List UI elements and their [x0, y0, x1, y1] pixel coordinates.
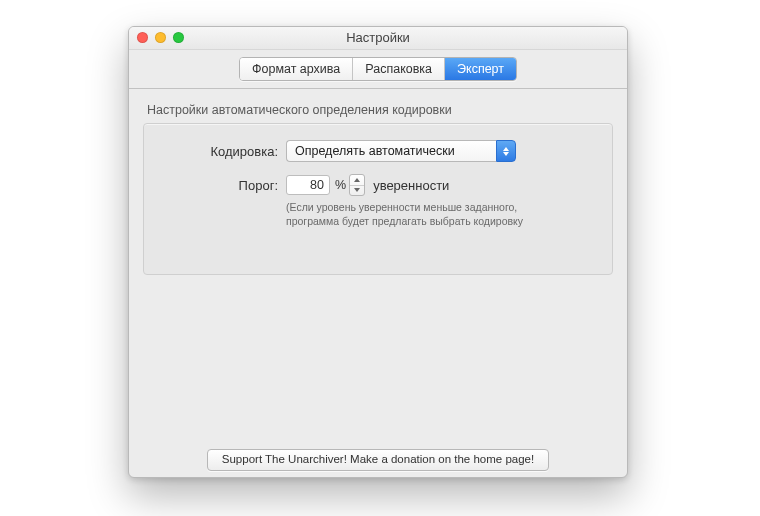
traffic-lights	[137, 32, 184, 43]
threshold-stepper[interactable]	[349, 174, 365, 196]
encoding-popup[interactable]: Определять автоматически	[286, 140, 516, 162]
preferences-window: Настройки Формат архива Распаковка Экспе…	[128, 26, 628, 478]
tab-bar: Формат архива Распаковка Эксперт	[129, 50, 627, 89]
threshold-suffix: уверенности	[373, 178, 449, 193]
minimize-icon[interactable]	[155, 32, 166, 43]
titlebar: Настройки	[129, 27, 627, 50]
chevron-up-down-icon[interactable]	[496, 140, 516, 162]
segmented-tabs: Формат архива Распаковка Эксперт	[239, 57, 517, 81]
tab-expert[interactable]: Эксперт	[445, 58, 516, 80]
encoding-label: Кодировка:	[158, 144, 286, 159]
encoding-value: Определять автоматически	[286, 140, 496, 162]
close-icon[interactable]	[137, 32, 148, 43]
hint-line-2: программа будет предлагать выбрать кодир…	[286, 215, 523, 227]
donate-button[interactable]: Support The Unarchiver! Make a donation …	[207, 449, 549, 471]
content-area: Настройки автоматического определения ко…	[129, 89, 627, 478]
threshold-hint: (Если уровень уверенности меньше заданно…	[286, 200, 586, 228]
hint-line-1: (Если уровень уверенности меньше заданно…	[286, 201, 517, 213]
stepper-up-icon[interactable]	[350, 175, 364, 186]
stepper-down-icon[interactable]	[350, 186, 364, 196]
percent-sign: %	[335, 178, 346, 192]
tab-extraction[interactable]: Распаковка	[353, 58, 445, 80]
window-title: Настройки	[129, 27, 627, 49]
encoding-group: Кодировка: Определять автоматически Поро…	[143, 123, 613, 275]
footer: Support The Unarchiver! Make a donation …	[129, 449, 627, 471]
zoom-icon[interactable]	[173, 32, 184, 43]
encoding-row: Кодировка: Определять автоматически	[158, 140, 598, 162]
threshold-row: Порог: 80 % уверенности	[158, 174, 598, 196]
threshold-input[interactable]: 80	[286, 175, 330, 195]
tab-archive-format[interactable]: Формат архива	[240, 58, 353, 80]
encoding-section-label: Настройки автоматического определения ко…	[147, 103, 613, 117]
threshold-label: Порог:	[158, 178, 286, 193]
